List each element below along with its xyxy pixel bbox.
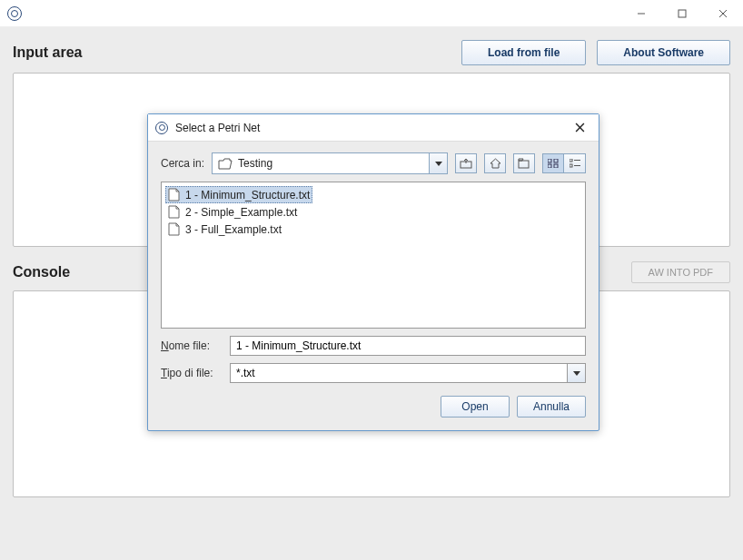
file-name: 2 - Simple_Example.txt [185, 206, 297, 219]
filetype-combo[interactable]: *.txt [230, 363, 586, 383]
svg-rect-1 [679, 10, 686, 17]
filename-row: Nome file: [161, 336, 586, 356]
home-button[interactable] [484, 153, 506, 173]
svg-rect-15 [570, 164, 572, 167]
up-one-level-button[interactable] [455, 153, 477, 173]
look-in-value: Testing [238, 157, 429, 170]
filetype-row: Tipo di file: *.txt [161, 363, 586, 383]
details-view-button[interactable] [564, 153, 586, 173]
dialog-icon [155, 122, 168, 134]
filetype-label: Tipo di file: [161, 367, 223, 379]
file-name: 1 - Minimum_Structure.txt [185, 189, 310, 201]
list-view-button[interactable] [542, 153, 564, 173]
close-button[interactable] [702, 0, 743, 26]
filename-input[interactable] [230, 336, 586, 356]
dialog-close-button[interactable] [566, 117, 593, 139]
cancel-button[interactable]: Annulla [517, 396, 586, 418]
dialog-title-text: Select a Petri Net [175, 122, 566, 134]
maximize-button[interactable] [661, 0, 702, 26]
about-software-button[interactable]: About Software [597, 40, 730, 65]
svg-rect-13 [570, 159, 572, 162]
look-in-label: Cerca in: [161, 157, 204, 170]
file-icon [168, 188, 180, 201]
filetype-dropdown-arrow[interactable] [567, 364, 585, 382]
open-button[interactable]: Open [441, 396, 510, 418]
minimize-button[interactable] [620, 0, 661, 26]
dialog-titlebar: Select a Petri Net [148, 114, 599, 142]
svg-rect-8 [519, 161, 529, 168]
file-item[interactable]: 1 - Minimum_Structure.txt [165, 186, 312, 203]
file-item[interactable]: 2 - Simple_Example.txt [165, 203, 300, 221]
dialog-footer: Open Annulla [161, 396, 586, 418]
view-toggle-group [542, 153, 586, 173]
app-icon [7, 6, 22, 21]
svg-rect-10 [554, 159, 558, 162]
new-folder-button[interactable] [513, 153, 535, 173]
svg-rect-11 [548, 164, 551, 168]
input-area-title: Input area [13, 44, 451, 61]
look-in-dropdown-arrow[interactable] [429, 153, 447, 173]
file-icon [168, 205, 180, 219]
svg-rect-12 [554, 164, 558, 168]
filename-label: Nome file: [161, 339, 223, 352]
file-chooser-dialog: Select a Petri Net Cerca in: Testing [147, 113, 599, 431]
window-titlebar [0, 0, 743, 27]
file-list[interactable]: 1 - Minimum_Structure.txt 2 - Simple_Exa… [161, 182, 586, 329]
filetype-value: *.txt [231, 367, 567, 379]
look-in-row: Cerca in: Testing [161, 152, 586, 174]
file-icon [168, 222, 180, 236]
svg-rect-9 [548, 159, 551, 162]
file-item[interactable]: 3 - Full_Example.txt [165, 221, 284, 238]
input-area-header: Input area Load from file About Software [13, 40, 730, 65]
look-in-combo[interactable]: Testing [212, 152, 448, 174]
open-folder-icon [218, 158, 233, 170]
load-from-file-button[interactable]: Load from file [461, 40, 586, 65]
file-name: 3 - Full_Example.txt [185, 223, 282, 236]
draw-into-pdf-button[interactable]: AW INTO PDF [631, 261, 731, 283]
